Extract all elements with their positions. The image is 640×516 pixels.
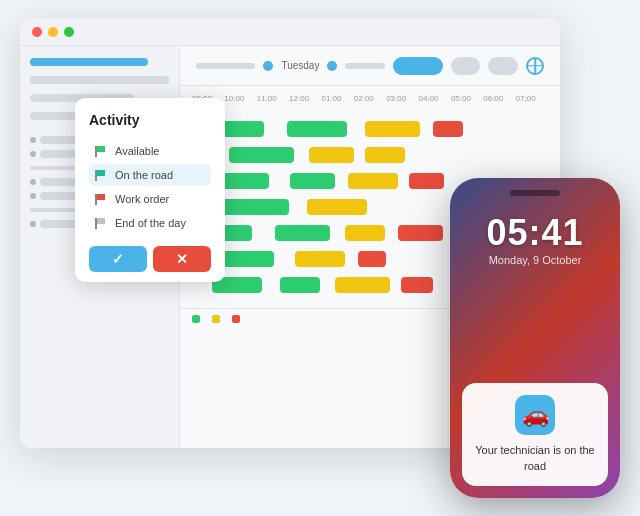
gantt-bar[interactable] (335, 277, 390, 293)
cancel-button[interactable]: ✕ (153, 246, 211, 272)
gantt-bar[interactable] (275, 225, 330, 241)
time-label-0300: 03:00 (386, 94, 418, 103)
gantt-bar[interactable] (358, 251, 386, 267)
phone-notch (510, 190, 560, 196)
modal-actions: ✓ ✕ (89, 246, 211, 272)
time-label-0700: 07:00 (516, 94, 548, 103)
time-label-0500: 05:00 (451, 94, 483, 103)
time-label-0600: 06:00 (483, 94, 515, 103)
gantt-bar[interactable] (365, 147, 405, 163)
sidebar-accent-line (30, 58, 148, 66)
legend-available-dot (192, 315, 200, 323)
legend-endofday-dot (232, 315, 240, 323)
day-label: Tuesday (281, 60, 319, 71)
gantt-bar[interactable] (280, 277, 320, 293)
modal-item-road-label: On the road (115, 169, 173, 181)
nav-next-button[interactable] (327, 61, 337, 71)
gantt-bar[interactable] (345, 225, 385, 241)
time-label-1100: 11:00 (257, 94, 289, 103)
car-icon: 🚗 (522, 402, 549, 428)
legend-workorder-dot (212, 315, 220, 323)
time-axis: 09:00 10:00 11:00 12:00 01:00 02:00 03:0… (180, 86, 560, 110)
flag-available-icon (95, 145, 107, 157)
modal-item-available-label: Available (115, 145, 159, 157)
globe-icon[interactable] (526, 57, 544, 75)
sidebar-dot (30, 151, 36, 157)
toolbar-line-1 (196, 63, 255, 69)
modal-item-endofday-label: End of the day (115, 217, 186, 229)
minimize-button[interactable] (48, 27, 58, 37)
modal-item-on-the-road[interactable]: On the road (89, 164, 211, 186)
gantt-bar[interactable] (219, 199, 289, 215)
flag-endofday-icon (95, 217, 107, 229)
phone-date: Monday, 9 October (462, 254, 608, 266)
flag-workorder-icon (95, 193, 107, 205)
modal-item-workorder-label: Work order (115, 193, 169, 205)
nav-prev-button[interactable] (263, 61, 273, 71)
notification-text: Your technician is on the road (474, 443, 596, 474)
maximize-button[interactable] (64, 27, 74, 37)
top-toolbar: Tuesday (180, 46, 560, 86)
gantt-bar[interactable] (290, 173, 335, 189)
gantt-row-2 (192, 144, 548, 166)
phone-time: 05:41 (462, 212, 608, 254)
toolbar-line-2 (345, 63, 385, 69)
gantt-bar[interactable] (287, 121, 347, 137)
time-label-0400: 04:00 (419, 94, 451, 103)
gantt-bar[interactable] (307, 199, 367, 215)
window-titlebar (20, 18, 560, 46)
activity-modal: Activity Available On the road Work orde… (75, 98, 225, 282)
confirm-button[interactable]: ✓ (89, 246, 147, 272)
time-label-0200: 02:00 (354, 94, 386, 103)
sidebar-dot (30, 137, 36, 143)
gantt-bar[interactable] (309, 147, 354, 163)
modal-item-work-order[interactable]: Work order (89, 188, 211, 210)
modal-item-end-of-day[interactable]: End of the day (89, 212, 211, 234)
gantt-row-1 (192, 118, 548, 140)
time-label-1000: 10:00 (224, 94, 256, 103)
close-button[interactable] (32, 27, 42, 37)
gantt-bar[interactable] (348, 173, 398, 189)
view-toggle-2[interactable] (488, 57, 518, 75)
gantt-bar[interactable] (398, 225, 443, 241)
scene: Tuesday 09:00 10:00 11:00 12:00 01:00 02… (20, 18, 620, 498)
sidebar-dot (30, 193, 36, 199)
flag-road-icon (95, 169, 107, 181)
sidebar-dot (30, 221, 36, 227)
view-toggle-1[interactable] (451, 57, 481, 75)
sidebar-line-1 (30, 76, 169, 84)
gantt-bar[interactable] (295, 251, 345, 267)
time-label-1200: 12:00 (289, 94, 321, 103)
modal-item-available[interactable]: Available (89, 140, 211, 162)
sidebar-dot (30, 179, 36, 185)
view-toggle-active[interactable] (393, 57, 443, 75)
phone-notification: 🚗 Your technician is on the road (462, 383, 608, 486)
gantt-bar[interactable] (229, 147, 294, 163)
time-label-0100: 01:00 (321, 94, 353, 103)
gantt-bar[interactable] (409, 173, 444, 189)
phone-mockup: 05:41 Monday, 9 October 🚗 Your technicia… (450, 178, 620, 498)
gantt-bar[interactable] (365, 121, 420, 137)
modal-title: Activity (89, 112, 211, 128)
notification-icon: 🚗 (515, 395, 555, 435)
gantt-bar[interactable] (433, 121, 463, 137)
gantt-bar[interactable] (401, 277, 433, 293)
